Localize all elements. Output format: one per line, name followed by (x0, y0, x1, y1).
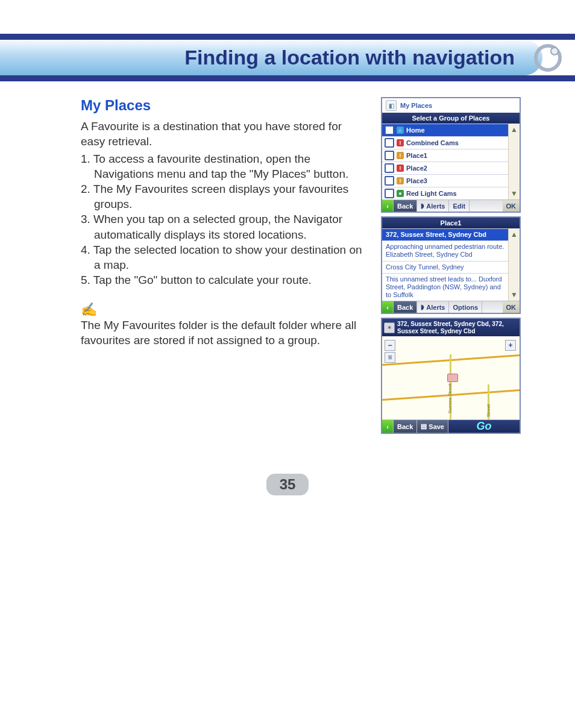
go-button[interactable]: Go (448, 420, 520, 433)
app-icon: ◧ (386, 100, 397, 111)
list-item[interactable]: ●Red Light Cams (382, 187, 508, 199)
options-button[interactable]: Options (449, 301, 482, 313)
bell-icon: ◗ (421, 202, 424, 210)
step-1: 1. To access a favourite destination, op… (81, 151, 368, 181)
intro-text: A Favourite is a destination that you ha… (81, 119, 368, 149)
save-icon: ▤ (421, 422, 427, 430)
back-button[interactable]: Back (394, 420, 417, 433)
step-2: 2. The My Favourites screen displays you… (81, 181, 368, 212)
street-label: Street (486, 404, 491, 417)
back-chevron-icon[interactable]: ‹ (382, 420, 394, 433)
scroll-up-icon[interactable]: ▲ (511, 126, 518, 133)
edit-button[interactable]: Edit (449, 200, 470, 212)
checkbox-icon[interactable] (385, 189, 394, 198)
map-pin-icon (447, 374, 458, 382)
step-5: 5. Tap the "Go" button to calculate your… (81, 272, 368, 287)
step-3: 3. When you tap on a selected group, the… (81, 212, 368, 242)
poi-icon: ✶ (384, 322, 395, 333)
map-canvas[interactable]: − ≡ + Sussex Street Street (382, 336, 520, 419)
back-chevron-icon[interactable]: ‹ (382, 301, 394, 313)
bell-icon: ◗ (421, 303, 424, 311)
screenshot-place-detail: Place1 372, Sussex Street, Sydney Cbd Ap… (381, 216, 521, 314)
checkbox-icon[interactable] (385, 125, 394, 135)
screenshot-my-places: ◧ My Places Select a Group of Places ⌂Ho… (381, 97, 521, 213)
back-chevron-icon[interactable]: ‹ (382, 200, 394, 212)
checkbox-icon[interactable] (385, 163, 394, 173)
list-item[interactable]: !Combined Cams (382, 136, 508, 149)
step-4: 4. Tap the selected location to show you… (81, 242, 368, 272)
alert-icon: ! (397, 152, 404, 159)
home-icon: ⌂ (397, 127, 404, 134)
note-icon: ✍ (81, 302, 368, 318)
checkbox-icon[interactable] (385, 138, 394, 148)
scroll-down-icon[interactable]: ▼ (511, 291, 518, 298)
page-title: Finding a location with navigation (14, 46, 528, 69)
ok-button[interactable]: OK (503, 200, 520, 212)
back-button[interactable]: Back (394, 200, 417, 212)
back-button[interactable]: Back (394, 301, 417, 313)
list-item[interactable]: ⌂Home (382, 124, 508, 136)
detail-row[interactable]: 372, Sussex Street, Sydney Cbd (382, 228, 508, 240)
alerts-button[interactable]: ◗Alerts (417, 301, 449, 313)
save-button[interactable]: ▤Save (417, 420, 448, 433)
swirl-icon (533, 43, 563, 73)
checkbox-icon[interactable] (385, 151, 394, 160)
note-text: The My Favourites folder is the default … (81, 318, 368, 348)
subheader: Place1 (382, 218, 520, 228)
screenshot-map: ✶ 372, Sussex Street, Sydney Cbd, 372, S… (381, 318, 521, 434)
camera-icon: ● (397, 190, 404, 197)
alert-icon: ! (397, 177, 404, 184)
list-item[interactable]: !Place2 (382, 162, 508, 174)
detail-row[interactable]: Approaching unnamed pedestrian route. El… (382, 240, 508, 260)
detail-row[interactable]: This unnamed street leads to... Duxford … (382, 273, 508, 301)
checkbox-icon[interactable] (385, 176, 394, 186)
subheader: Select a Group of Places (382, 113, 520, 124)
list-item[interactable]: !Place1 (382, 149, 508, 162)
alert-icon: ! (397, 139, 404, 146)
map-address: 372, Sussex Street, Sydney Cbd, 372, Sus… (397, 321, 518, 334)
detail-row[interactable]: Cross City Tunnel, Sydney (382, 261, 508, 273)
list-item[interactable]: !Place3 (382, 174, 508, 187)
alert-icon: ! (397, 165, 404, 172)
alerts-button[interactable]: ◗Alerts (417, 200, 449, 212)
street-label: Sussex Street (447, 384, 453, 414)
scroll-up-icon[interactable]: ▲ (511, 231, 518, 238)
zoom-out-button[interactable]: − (385, 340, 395, 351)
svg-point-1 (551, 48, 558, 55)
layers-button[interactable]: ≡ (385, 352, 395, 363)
page-number: 35 (266, 474, 309, 495)
ok-button[interactable]: OK (503, 301, 520, 313)
window-title: My Places (400, 102, 432, 109)
zoom-in-button[interactable]: + (505, 340, 516, 351)
scroll-down-icon[interactable]: ▼ (511, 190, 518, 197)
section-heading: My Places (81, 97, 368, 114)
